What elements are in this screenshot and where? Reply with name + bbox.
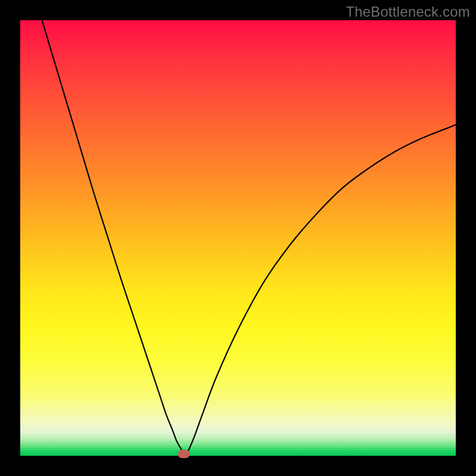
optimal-point-marker [178, 450, 190, 458]
chart-background-gradient [20, 20, 456, 456]
chart-frame: TheBottleneck.com [0, 0, 476, 476]
watermark-text: TheBottleneck.com [346, 4, 470, 20]
